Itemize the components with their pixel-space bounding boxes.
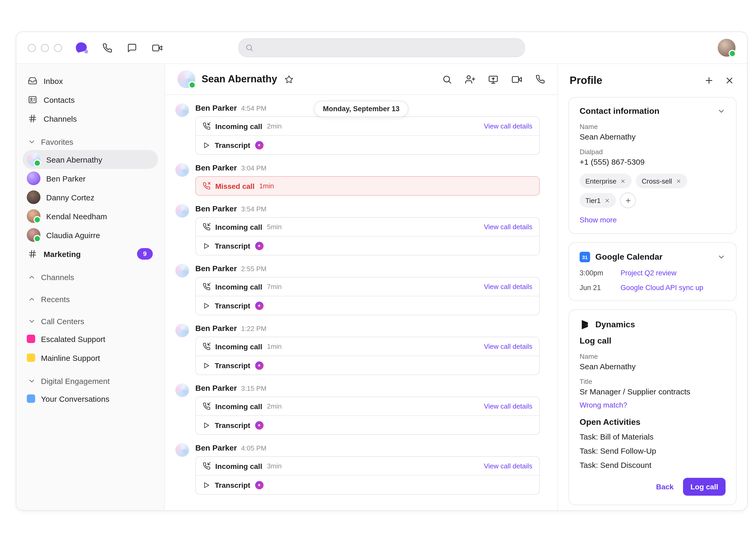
sidebar-item-danny-cortez[interactable]: Danny Cortez: [22, 188, 158, 207]
section-recents[interactable]: Recents: [22, 291, 158, 307]
avatar: [27, 172, 41, 185]
caller-name: Ben Parker: [195, 103, 237, 112]
sidebar-item-inbox[interactable]: Inbox: [22, 71, 158, 90]
window-control-dot[interactable]: [41, 44, 49, 52]
window-control-dot[interactable]: [28, 44, 36, 52]
incoming-call-icon: [203, 283, 211, 291]
avatar: [175, 443, 189, 457]
window-control-dot[interactable]: [54, 44, 62, 52]
transcript-row[interactable]: Transcript: [196, 135, 539, 154]
chevron-down-icon[interactable]: [717, 107, 726, 115]
top-bar: [16, 32, 747, 64]
call-time: 2:55 PM: [241, 265, 266, 273]
open-activities-title: Open Activities: [580, 417, 726, 427]
section-channels[interactable]: Channels: [22, 268, 158, 285]
star-icon[interactable]: [285, 75, 293, 84]
add-person-icon[interactable]: [465, 74, 475, 84]
view-call-details-link[interactable]: View call details: [484, 343, 532, 351]
search-conversation-icon[interactable]: [442, 74, 452, 84]
chat-icon[interactable]: [127, 43, 137, 53]
event-link[interactable]: Google Cloud API sync up: [620, 284, 703, 292]
view-call-details-link[interactable]: View call details: [484, 283, 532, 291]
card-title: Google Calendar: [595, 252, 663, 262]
sidebar-item-contacts[interactable]: Contacts: [22, 90, 158, 109]
tag-chip[interactable]: Cross-sell: [636, 174, 687, 188]
hash-icon: [28, 114, 37, 123]
add-tag-button[interactable]: [620, 192, 636, 208]
hash-icon: [28, 249, 37, 259]
back-button[interactable]: Back: [656, 483, 674, 491]
view-call-details-link[interactable]: View call details: [484, 402, 532, 410]
remove-tag-icon[interactable]: [604, 197, 610, 203]
wrong-match-link[interactable]: Wrong match?: [580, 401, 627, 409]
show-more-link[interactable]: Show more: [580, 215, 617, 224]
transcript-row[interactable]: Transcript: [196, 236, 539, 255]
transcript-label: Transcript: [215, 241, 250, 250]
sidebar-item-marketing[interactable]: Marketing 9: [22, 244, 158, 263]
presence-dot: [34, 235, 41, 242]
phone-call-icon[interactable]: [535, 74, 545, 84]
sidebar-item-channels[interactable]: Channels: [22, 109, 158, 128]
video-icon[interactable]: [152, 43, 163, 53]
sidebar-item-claudia-aguirre[interactable]: Claudia Aguirre: [22, 226, 158, 244]
dynamics-contact-name: Sean Abernathy: [580, 362, 726, 371]
call-entry: Ben Parker4:05 PM Incoming call 3min Vie…: [165, 443, 558, 494]
sidebar-item-ben-parker[interactable]: Ben Parker: [22, 169, 158, 188]
favorite-label: Sean Abernathy: [46, 155, 103, 164]
user-avatar[interactable]: [718, 39, 736, 57]
call-duration: 2min: [267, 402, 282, 410]
close-icon[interactable]: [724, 75, 735, 86]
transcript-row[interactable]: Transcript: [196, 355, 539, 375]
phone-icon[interactable]: [103, 43, 112, 53]
remove-tag-icon[interactable]: [676, 178, 681, 184]
sidebar: Inbox Contacts Channels Favorites Sean A…: [16, 64, 165, 510]
sidebar-item-label: Your Conversations: [41, 394, 109, 403]
sidebar-item-your-conversations[interactable]: Your Conversations: [22, 389, 158, 408]
contact-information-card: Contact information Name Sean Abernathy …: [569, 97, 737, 234]
play-icon: [203, 302, 210, 309]
add-icon[interactable]: [704, 75, 714, 86]
section-call-centers[interactable]: Call Centers: [22, 313, 158, 329]
section-digital-engagement[interactable]: Digital Engagement: [22, 372, 158, 389]
event-link[interactable]: Project Q2 review: [620, 269, 677, 277]
view-call-details-link[interactable]: View call details: [484, 462, 532, 470]
remove-tag-icon[interactable]: [620, 178, 626, 184]
tag-chip[interactable]: Enterprise: [580, 174, 632, 188]
section-label: Favorites: [41, 137, 73, 146]
section-favorites[interactable]: Favorites: [22, 133, 158, 150]
view-call-details-link[interactable]: View call details: [484, 122, 532, 130]
call-type-label: Incoming call: [215, 402, 262, 410]
search-input[interactable]: [258, 42, 518, 53]
google-calendar-card: 31 Google Calendar 3:00pm Project Q2 rev…: [569, 242, 737, 301]
call-type-label: Incoming call: [215, 462, 262, 470]
chevron-down-icon[interactable]: [717, 253, 726, 261]
transcript-row[interactable]: Transcript: [196, 475, 539, 494]
call-time: 3:04 PM: [241, 164, 266, 172]
sidebar-item-mainline-support[interactable]: Mainline Support: [22, 348, 158, 367]
incoming-call-icon: [203, 343, 211, 351]
sidebar-item-kendal-needham[interactable]: Kendal Needham: [22, 207, 158, 226]
sidebar-item-sean-abernathy[interactable]: Sean Abernathy: [22, 150, 158, 169]
view-call-details-link[interactable]: View call details: [484, 223, 532, 231]
screen-share-icon[interactable]: [488, 74, 498, 84]
transcript-row[interactable]: Transcript: [196, 296, 539, 315]
conversation-feed[interactable]: Monday, September 13 Ben Parker4:54 PM I…: [165, 95, 558, 510]
missed-call-card: Missed call 1min: [195, 176, 540, 196]
tag-chip[interactable]: Tier1: [580, 193, 616, 208]
call-entry: Ben Parker3:04 PM Missed call 1min: [165, 163, 558, 196]
video-call-icon[interactable]: [511, 74, 522, 84]
transcript-label: Transcript: [215, 421, 250, 429]
call-time: 3:15 PM: [241, 384, 266, 392]
global-search[interactable]: [238, 38, 525, 57]
call-type-label: Incoming call: [215, 122, 262, 130]
calendar-event: 3:00pm Project Q2 review: [580, 269, 726, 277]
transcript-row[interactable]: Transcript: [196, 415, 539, 434]
sidebar-item-escalated-support[interactable]: Escalated Support: [22, 329, 158, 348]
call-card: Incoming call 2min View call details Tra…: [195, 397, 540, 435]
window-controls[interactable]: [28, 44, 62, 52]
call-summary-row: Incoming call 7min View call details: [196, 277, 539, 296]
presence-dot: [34, 216, 41, 223]
avatar: [27, 153, 41, 166]
call-duration: 1min: [267, 343, 282, 351]
log-call-button[interactable]: Log call: [683, 478, 726, 496]
